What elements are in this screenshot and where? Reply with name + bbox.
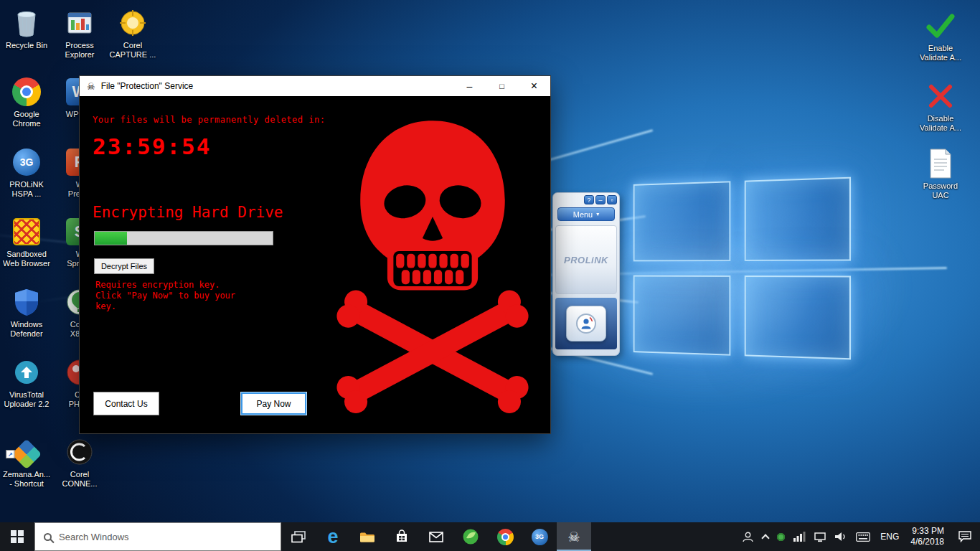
show-hidden-icons-button[interactable] [758, 522, 773, 551]
time-text: 9:33 PM [912, 526, 944, 537]
network-button[interactable] [810, 522, 830, 551]
task-view-icon [291, 531, 306, 543]
desktop-icon-sandboxed-browser[interactable]: Sandboxed Web Browser [0, 216, 53, 268]
modem-minimize-button[interactable]: – [595, 195, 606, 204]
pay-now-button[interactable]: Pay Now [241, 392, 306, 415]
modem-collapse-button[interactable]: ▫ [607, 195, 617, 204]
chrome-icon [11, 76, 42, 108]
date-text: 4/6/2018 [910, 537, 944, 547]
cellular-signal-button[interactable] [789, 522, 810, 551]
corel-capture-icon [117, 7, 149, 39]
windows-logo-pane [633, 181, 731, 261]
corel-connect-icon [64, 436, 95, 468]
decrypt-files-button[interactable]: Decrypt Files [94, 258, 154, 274]
taskbar-file-explorer-button[interactable] [350, 522, 385, 551]
desktop-icon-windows-defender[interactable]: Windows Defender [0, 286, 53, 339]
signal-bars-icon [793, 532, 806, 542]
people-button[interactable] [738, 522, 758, 551]
chrome-icon [497, 529, 514, 545]
desktop-icon-label: Windows Defender [10, 320, 42, 339]
taskbar-store-button[interactable] [385, 522, 419, 551]
zemana-diamond-icon: ↗ [11, 436, 42, 468]
tray-green-status-button[interactable] [773, 522, 789, 551]
windows-logo-pane [745, 177, 851, 261]
network-icon [814, 532, 826, 542]
deletion-warning-text: Your files will be permanently deleted i… [93, 115, 325, 125]
desktop-icon-enable-validate[interactable]: Enable Validate A... [914, 10, 967, 62]
taskbar-chrome-button[interactable] [488, 522, 522, 551]
encryption-progress-bar [94, 231, 273, 245]
touch-keyboard-button[interactable] [852, 522, 875, 551]
red-x-icon [925, 80, 956, 112]
desktop-icon-corel-connect[interactable]: Corel CONNE... [53, 436, 106, 489]
modem-help-button[interactable]: ? [584, 195, 594, 204]
close-button[interactable]: × [518, 76, 550, 96]
desktop-icon-label: Enable Validate A... [920, 44, 961, 62]
desktop-icon-recycle-bin[interactable]: Recycle Bin [0, 7, 53, 50]
taskbar-mail-button[interactable] [419, 522, 453, 551]
desktop-icon-google-chrome[interactable]: Google Chrome [0, 76, 53, 128]
ransom-note-text: Requires encryption key. Click "Pay Now"… [95, 280, 235, 312]
contact-us-button[interactable]: Contact Us [93, 392, 159, 415]
desktop-icon-label: Google Chrome [12, 110, 40, 128]
window-title: File "Protection" Service [101, 81, 194, 91]
person-icon [742, 532, 754, 542]
desktop-icon-label: Sandboxed Web Browser [3, 250, 50, 268]
windows-logo-icon [11, 530, 24, 543]
modem-connect-button[interactable] [566, 306, 606, 342]
maximize-button[interactable]: □ [486, 76, 518, 96]
store-bag-icon [395, 529, 409, 544]
chevron-down-icon: ▾ [596, 211, 599, 217]
countdown-timer: 23:59:54 [93, 133, 211, 159]
taskbar-edge-button[interactable]: e [316, 522, 350, 551]
shortcut-arrow-icon: ↗ [6, 450, 14, 458]
chevron-up-icon [762, 534, 770, 542]
desktop-icon-label: Corel CONNE... [62, 470, 98, 489]
desktop-icon-label: VirusTotal Uploader 2.2 [4, 390, 50, 409]
language-indicator[interactable]: ENG [875, 522, 905, 551]
encryption-progress-fill [95, 232, 127, 245]
menu-label: Menu [573, 210, 593, 219]
encryption-status-text: Encrypting Hard Drive [93, 204, 283, 221]
task-view-button[interactable] [281, 522, 316, 551]
windows-logo-pane [633, 276, 731, 356]
modem-utility-window: ? – ▫ Menu ▾ PROLiNK [552, 192, 620, 356]
document-icon [925, 148, 956, 179]
window-titlebar[interactable]: ☠ File "Protection" Service – □ × [80, 76, 550, 96]
desktop-icon-password-uac[interactable]: Password UAC [914, 148, 967, 200]
desktop-icon-prolink-hspa[interactable]: 3G PROLiNK HSPA ... [0, 146, 53, 199]
minimize-button[interactable]: – [453, 76, 486, 96]
skull-crossbones-graphic [325, 100, 540, 425]
green-leaf-icon [462, 528, 479, 545]
action-center-button[interactable] [950, 522, 980, 551]
desktop-icon-disable-validate[interactable]: Disable Validate A... [914, 80, 967, 133]
upload-arrow-icon [11, 357, 42, 388]
edge-icon: e [327, 527, 338, 547]
desktop-icon-label: Disable Validate A... [920, 114, 961, 133]
desktop-icon-zemana-shortcut[interactable]: ↗ Zemana.An... - Shortcut [0, 436, 53, 489]
process-explorer-icon [64, 7, 95, 39]
desktop-icon-label: PROLiNK HSPA ... [9, 180, 44, 199]
clock[interactable]: 9:33 PM 4/6/2018 [905, 522, 950, 551]
sandbox-icon [11, 216, 42, 248]
modem-menu-button[interactable]: Menu ▾ [557, 207, 615, 221]
start-button[interactable] [0, 522, 34, 551]
desktop-screen: Recycle Bin Process Explorer Corel CAPTU… [0, 0, 980, 551]
windows-logo-pane [745, 276, 851, 359]
taskbar-3g-button[interactable]: 3G [522, 522, 557, 551]
taskbar-ransomware-button[interactable]: ☠ [557, 522, 591, 551]
volume-button[interactable] [830, 522, 852, 551]
green-checkmark-icon [925, 10, 956, 42]
search-icon [44, 533, 52, 541]
desktop-icon-label: Zemana.An... - Shortcut [3, 470, 50, 489]
ransomware-window: ☠ File "Protection" Service – □ × Your f… [79, 75, 551, 434]
desktop-icon-virustotal-uploader[interactable]: VirusTotal Uploader 2.2 [0, 357, 53, 409]
skull-icon: ☠ [567, 530, 580, 544]
taskbar-green-app-button[interactable] [453, 522, 488, 551]
desktop-icon-label: Recycle Bin [6, 41, 47, 50]
desktop-icon-process-explorer[interactable]: Process Explorer [53, 7, 106, 60]
taskbar-search[interactable]: Search Windows [34, 522, 281, 551]
recycle-bin-icon [11, 7, 42, 39]
desktop-icon-corel-capture[interactable]: Corel CAPTURE ... [106, 7, 159, 60]
mail-icon [429, 532, 443, 542]
